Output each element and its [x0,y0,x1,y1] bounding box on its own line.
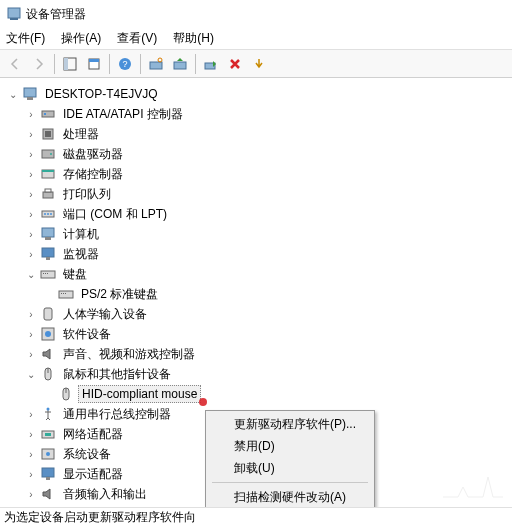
collapse-icon[interactable]: ⌄ [6,87,20,101]
tree-label[interactable]: 磁盘驱动器 [60,145,126,164]
menu-action[interactable]: 操作(A) [61,30,101,47]
storage-icon [40,166,56,182]
expand-icon[interactable]: › [24,307,38,321]
svg-rect-38 [63,293,64,294]
forward-button [28,53,50,75]
disable-button[interactable] [248,53,270,75]
tree-item[interactable]: ›软件设备 [2,324,512,344]
tree-label[interactable]: 鼠标和其他指针设备 [60,365,174,384]
tree-item[interactable]: ›IDE ATA/ATAPI 控制器 [2,104,512,124]
svg-rect-28 [42,228,54,237]
tree-item[interactable]: ›处理器 [2,124,512,144]
expand-icon[interactable]: › [24,467,38,481]
expand-icon[interactable]: ⌄ [24,367,38,381]
tree-item[interactable]: ›端口 (COM 和 LPT) [2,204,512,224]
menu-update-driver[interactable]: 更新驱动程序软件(P)... [208,413,372,435]
expand-icon[interactable]: › [24,347,38,361]
expand-icon[interactable]: › [24,147,38,161]
expand-icon[interactable]: › [24,167,38,181]
app-icon [6,6,22,22]
svg-rect-30 [42,248,54,257]
tree-label[interactable]: 音频输入和输出 [60,485,150,504]
menu-view[interactable]: 查看(V) [117,30,157,47]
menu-disable[interactable]: 禁用(D) [208,435,372,457]
mouse-icon [40,366,56,382]
tree-label[interactable]: 声音、视频和游戏控制器 [60,345,198,364]
tree-label[interactable]: PS/2 标准键盘 [78,285,161,304]
expand-icon[interactable]: › [24,207,38,221]
tree-label[interactable]: 打印队列 [60,185,114,204]
expand-icon[interactable]: › [24,447,38,461]
svg-rect-34 [45,273,46,274]
expand-icon[interactable]: › [24,327,38,341]
tree-label[interactable]: 通用串行总线控制器 [60,405,174,424]
svg-rect-18 [42,150,54,158]
tree-item[interactable]: ›打印队列 [2,184,512,204]
tree-item[interactable]: PS/2 标准键盘 [2,284,512,304]
root-label[interactable]: DESKTOP-T4EJVJQ [42,86,160,102]
menu-file[interactable]: 文件(F) [6,30,45,47]
expand-icon[interactable]: › [24,227,38,241]
expand-icon[interactable]: › [24,107,38,121]
tree-label[interactable]: 端口 (COM 和 LPT) [60,205,170,224]
tree-item[interactable]: ⌄鼠标和其他指针设备 [2,364,512,384]
tree-item[interactable]: ⌄键盘 [2,264,512,284]
tree-item[interactable]: HID-compliant mouse [2,384,512,404]
expand-icon[interactable]: › [24,487,38,501]
menu-help[interactable]: 帮助(H) [173,30,214,47]
port-icon [40,206,56,222]
svg-rect-21 [42,170,54,172]
computer-icon [40,226,56,242]
tree-label[interactable]: 网络适配器 [60,425,126,444]
tree-root[interactable]: ⌄ DESKTOP-T4EJVJQ [2,84,512,104]
expand-icon[interactable]: › [24,247,38,261]
tree-item[interactable]: ›人体学输入设备 [2,304,512,324]
uninstall-button[interactable] [224,53,246,75]
expand-icon[interactable]: › [24,407,38,421]
tree-label[interactable]: HID-compliant mouse [78,385,201,403]
tree-label[interactable]: 人体学输入设备 [60,305,150,324]
properties-button[interactable] [83,53,105,75]
tree-item[interactable]: ›声音、视频和游戏控制器 [2,344,512,364]
tree-item[interactable]: ›存储控制器 [2,164,512,184]
svg-text:?: ? [122,59,127,69]
svg-point-26 [47,213,49,215]
tree-label[interactable]: IDE ATA/ATAPI 控制器 [60,105,186,124]
svg-rect-52 [42,468,54,477]
tree-label[interactable]: 键盘 [60,265,90,284]
ide-icon [40,106,56,122]
window-title: 设备管理器 [26,6,86,23]
help-button[interactable]: ? [114,53,136,75]
tree-label[interactable]: 监视器 [60,245,102,264]
tree-label[interactable]: 软件设备 [60,325,114,344]
menu-scan-hardware[interactable]: 扫描检测硬件改动(A) [208,486,372,508]
expand-icon[interactable]: › [24,127,38,141]
svg-rect-10 [174,62,186,69]
svg-rect-53 [46,477,50,480]
toolbar-sep [140,54,141,74]
computer-icon [22,86,38,102]
update-driver-button[interactable] [169,53,191,75]
tree-label[interactable]: 计算机 [60,225,102,244]
tree-label[interactable]: 系统设备 [60,445,114,464]
disk-icon [40,146,56,162]
tree-label[interactable]: 显示适配器 [60,465,126,484]
tree-label[interactable]: 存储控制器 [60,165,126,184]
tree-label[interactable]: 处理器 [60,125,102,144]
svg-rect-5 [89,59,99,62]
expand-icon[interactable]: ⌄ [24,267,38,281]
watermark [438,462,508,502]
tree-item[interactable]: ›监视器 [2,244,512,264]
expand-icon[interactable]: › [24,427,38,441]
enable-button[interactable] [200,53,222,75]
menu-uninstall[interactable]: 卸载(U) [208,457,372,479]
show-hide-tree-button[interactable] [59,53,81,75]
scan-button[interactable] [145,53,167,75]
audio-icon [40,486,56,502]
tree-item[interactable]: ›计算机 [2,224,512,244]
monitor-icon [40,246,56,262]
tree-item[interactable]: ›磁盘驱动器 [2,144,512,164]
cpu-icon [40,126,56,142]
expand-icon[interactable]: › [24,187,38,201]
toolbar-sep [195,54,196,74]
